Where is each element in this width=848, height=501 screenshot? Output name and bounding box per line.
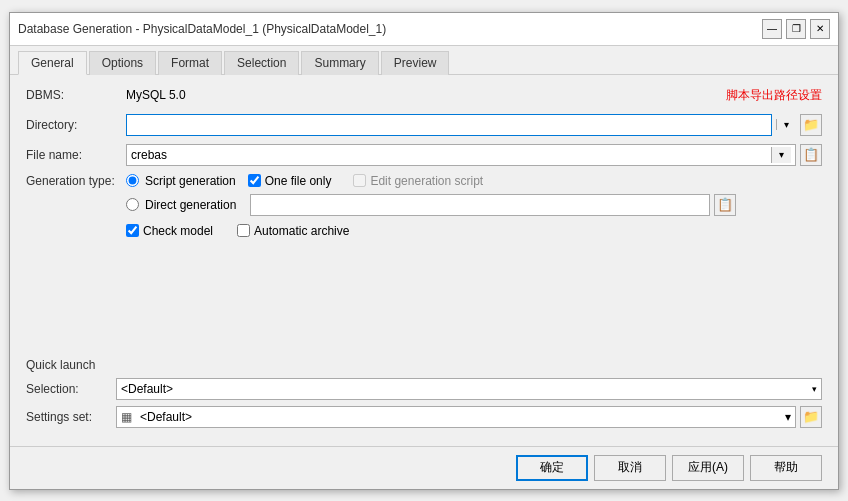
direct-gen-folder-btn[interactable]: 📋 [714,194,736,216]
edit-gen-checkbox [353,174,366,187]
dbms-row: DBMS: MySQL 5.0 脚本导出路径设置 [26,87,822,104]
script-gen-radio[interactable] [126,174,139,187]
check-model-label: Check model [143,224,213,238]
main-window: Database Generation - PhysicalDataModel_… [9,12,839,490]
directory-dropdown-btn[interactable]: ▾ [776,119,796,130]
directory-label: Directory: [26,118,126,132]
directory-folder-btn[interactable]: 📁 [800,114,822,136]
gen-type-label: Generation type: [26,174,126,188]
settings-value: <Default> [140,410,192,424]
directory-row: Directory: D:\Tp_Mylocal\20_Install\Powe… [26,114,822,136]
filename-label: File name: [26,148,126,162]
tab-content: DBMS: MySQL 5.0 脚本导出路径设置 Directory: D:\T… [10,75,838,446]
directory-input-row: D:\Tp_Mylocal\20_Install\PowerDesigner\V… [126,114,822,136]
tab-format[interactable]: Format [158,51,222,75]
minimize-button[interactable]: — [762,19,782,39]
edit-gen-label: Edit generation script [370,174,483,188]
settings-icon: ▦ [121,410,132,424]
one-file-checkbox[interactable] [248,174,261,187]
dbms-label: DBMS: [26,88,126,102]
selection-combobox[interactable]: <Default> ▾ [116,378,822,400]
check-model-option: Check model [126,224,213,238]
gen-type-options: Script generation One file only Edit gen… [126,174,736,216]
help-button[interactable]: 帮助 [750,455,822,481]
settings-combobox[interactable]: ▦ <Default> ▾ [116,406,796,428]
gen-type-row: Generation type: Script generation One f… [26,174,822,216]
filename-combobox[interactable]: crebas ▾ [126,144,796,166]
note-red: 脚本导出路径设置 [726,87,822,104]
bottom-buttons: 确定 取消 应用(A) 帮助 [10,446,838,489]
auto-archive-checkbox[interactable] [237,224,250,237]
settings-dropdown-arrow: ▾ [785,410,791,424]
quick-launch-section: Quick launch Selection: <Default> ▾ Sett… [26,358,822,428]
auto-archive-label: Automatic archive [254,224,349,238]
apply-button[interactable]: 应用(A) [672,455,744,481]
title-bar: Database Generation - PhysicalDataModel_… [10,13,838,46]
direct-gen-radio[interactable] [126,198,139,211]
direct-gen-input-row: 📋 [250,194,736,216]
selection-value: <Default> [121,382,173,396]
tab-bar: General Options Format Selection Summary… [10,46,838,75]
settings-label: Settings set: [26,410,116,424]
window-title: Database Generation - PhysicalDataModel_… [18,22,386,36]
one-file-row: One file only [248,174,332,188]
selection-dropdown-arrow: ▾ [812,384,817,394]
script-gen-label: Script generation [145,174,236,188]
filename-row: File name: crebas ▾ 📋 [26,144,822,166]
script-options: One file only Edit generation script [242,174,483,188]
filename-value: crebas [131,148,771,162]
direct-gen-input[interactable] [250,194,710,216]
auto-archive-option: Automatic archive [237,224,349,238]
filename-input-row: crebas ▾ 📋 [126,144,822,166]
script-gen-option: Script generation One file only Edit gen… [126,174,736,188]
settings-folder-btn[interactable]: 📁 [800,406,822,428]
one-file-label: One file only [265,174,332,188]
filename-folder-btn[interactable]: 📋 [800,144,822,166]
title-controls: — ❐ ✕ [762,19,830,39]
filename-dropdown-btn[interactable]: ▾ [771,147,791,163]
tab-selection[interactable]: Selection [224,51,299,75]
dbms-value: MySQL 5.0 [126,88,186,102]
directory-input[interactable]: D:\Tp_Mylocal\20_Install\PowerDesigner\V… [126,114,772,136]
settings-input-row: ▦ <Default> ▾ 📁 [116,406,822,428]
tab-summary[interactable]: Summary [301,51,378,75]
close-button[interactable]: ✕ [810,19,830,39]
direct-gen-label: Direct generation [145,198,236,212]
ok-button[interactable]: 确定 [516,455,588,481]
restore-button[interactable]: ❐ [786,19,806,39]
direct-gen-option: Direct generation 📋 [126,194,736,216]
tab-options[interactable]: Options [89,51,156,75]
tab-preview[interactable]: Preview [381,51,450,75]
edit-gen-row: Edit generation script [353,174,483,188]
check-model-checkbox[interactable] [126,224,139,237]
cancel-button[interactable]: 取消 [594,455,666,481]
selection-row: Selection: <Default> ▾ [26,378,822,400]
settings-row: Settings set: ▦ <Default> ▾ 📁 [26,406,822,428]
quick-launch-label: Quick launch [26,358,822,372]
selection-label: Selection: [26,382,116,396]
check-options-row: Check model Automatic archive [126,224,822,238]
tab-general[interactable]: General [18,51,87,75]
